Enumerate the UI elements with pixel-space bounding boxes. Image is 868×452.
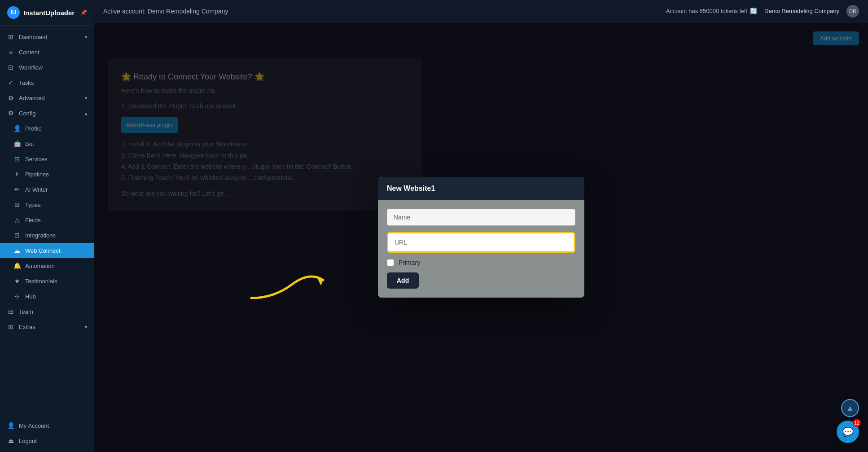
sidebar-item-label: Profile (25, 125, 42, 132)
account-name-label: Demo Remodeling Company (764, 8, 839, 14)
sidebar-item-profile[interactable]: 👤 Profile (0, 121, 94, 136)
pin-icon: 📌 (80, 9, 87, 16)
sidebar-item-label: Types (25, 202, 41, 208)
sidebar-item-label: Integrations (25, 232, 56, 239)
sidebar-item-label: Content (19, 49, 39, 56)
sidebar-item-tasks[interactable]: ✓ Tasks (0, 75, 94, 90)
sidebar-item-hub[interactable]: ⊹ Hub (0, 289, 94, 304)
name-input[interactable] (387, 209, 575, 226)
sidebar-item-label: Logout (19, 438, 37, 444)
sidebar-item-logout[interactable]: ⏏ Logout (0, 433, 94, 448)
sidebar-item-label: Extras (19, 324, 35, 330)
sidebar-item-types[interactable]: ⊞ Types (0, 197, 94, 212)
new-website-modal: New Website1 Primary Add (378, 177, 584, 298)
chat-widget-button[interactable]: 💬 12 (837, 421, 859, 443)
token-text: Account has 650000 tokens left (666, 8, 747, 14)
testimonials-icon: ★ (13, 277, 21, 285)
sidebar-item-integrations[interactable]: ⊡ Integrations (0, 228, 94, 243)
arrow-annotation (247, 262, 337, 308)
sidebar-item-fields[interactable]: △ Fields (0, 212, 94, 228)
logo-icon: IU (7, 6, 20, 19)
config-icon: ⚙ (7, 110, 14, 117)
tasks-icon: ✓ (7, 79, 14, 86)
notification-badge: 12 (853, 419, 861, 427)
sidebar-item-label: Fields (25, 217, 41, 224)
sidebar-item-label: Testimonials (25, 278, 57, 285)
types-icon: ⊞ (13, 201, 21, 208)
chevron-icon: ▴ (85, 111, 87, 116)
workflow-icon: ⊡ (7, 64, 14, 71)
sidebar-item-automation[interactable]: 🔔 Automation (0, 258, 94, 273)
main-area: Active account: Demo Remodeling Company … (94, 0, 868, 452)
my-account-icon: 👤 (7, 422, 14, 429)
dashboard-icon: ⊞ (7, 33, 14, 40)
sidebar-item-content[interactable]: ≡ Content (0, 44, 94, 60)
sidebar-item-label: Web Connect (25, 247, 61, 254)
logout-icon: ⏏ (7, 437, 14, 444)
chevron-icon: ▾ (85, 35, 87, 39)
sidebar-item-extras[interactable]: ⊞ Extras ▾ (0, 319, 94, 334)
team-icon: ⊟ (7, 308, 14, 315)
primary-checkbox[interactable] (387, 259, 394, 266)
sidebar-item-advanced[interactable]: ⚙ Advanced ▾ (0, 90, 94, 105)
sidebar-item-label: My Account (19, 422, 49, 429)
content-area: Add website 🌟 Ready to Connect Your Webs… (94, 22, 868, 452)
sidebar-bottom: 👤 My Account ⏏ Logout (0, 414, 94, 452)
primary-checkbox-row: Primary (387, 259, 575, 266)
advanced-icon: ⚙ (7, 94, 14, 101)
sidebar-item-config[interactable]: ⚙ Config ▴ (0, 105, 94, 121)
sidebar-item-label: Workflow (19, 64, 43, 71)
sidebar-item-label: Team (19, 308, 33, 315)
extras-icon: ⊞ (7, 323, 14, 330)
url-input-wrapper (387, 232, 575, 253)
modal-header: New Website1 (378, 177, 584, 200)
content-icon: ≡ (7, 48, 14, 56)
hub-icon: ⊹ (13, 293, 21, 300)
sidebar-item-my-account[interactable]: 👤 My Account (0, 418, 94, 433)
sidebar-item-testimonials[interactable]: ★ Testimonials (0, 273, 94, 289)
sidebar: IU InstantUploader 📌 ⊞ Dashboard ▾ ≡ Con… (0, 0, 94, 452)
modal-overlay[interactable]: New Website1 Primary Add (94, 22, 868, 452)
web-connect-icon: ☁ (13, 247, 21, 254)
token-info: Account has 650000 tokens left 🔄 (666, 8, 757, 14)
automation-icon: 🔔 (13, 262, 21, 269)
sidebar-item-label: Hub (25, 293, 36, 300)
sidebar-navigation: ⊞ Dashboard ▾ ≡ Content ⊡ Workflow ✓ Tas… (0, 26, 94, 414)
profile-icon: 👤 (13, 125, 21, 132)
sidebar-item-dashboard[interactable]: ⊞ Dashboard ▾ (0, 29, 94, 44)
sidebar-item-pipelines[interactable]: ⊧ Pipelines (0, 167, 94, 182)
modal-body: Primary Add (378, 200, 584, 298)
topbar: Active account: Demo Remodeling Company … (94, 0, 868, 22)
avatar: DR (846, 5, 859, 18)
sidebar-item-services[interactable]: ⊟ Services (0, 151, 94, 167)
add-button[interactable]: Add (387, 272, 419, 289)
bot-icon: 🤖 (13, 140, 21, 147)
integrations-icon: ⊡ (13, 232, 21, 239)
scroll-to-top-button[interactable]: ▲ (841, 399, 859, 417)
sidebar-item-team[interactable]: ⊟ Team (0, 304, 94, 319)
fields-icon: △ (13, 216, 21, 224)
svg-marker-0 (316, 276, 323, 285)
sidebar-item-label: AI Writer (25, 186, 48, 193)
active-account-label: Active account: Demo Remodeling Company (103, 8, 228, 15)
sidebar-item-workflow[interactable]: ⊡ Workflow (0, 60, 94, 75)
sidebar-item-ai-writer[interactable]: ✏ AI Writer (0, 182, 94, 197)
pipelines-icon: ⊧ (13, 171, 21, 178)
topbar-right: Account has 650000 tokens left 🔄 Demo Re… (666, 5, 859, 18)
sidebar-item-label: Dashboard (19, 34, 48, 40)
sidebar-item-web-connect[interactable]: ☁ Web Connect (0, 243, 94, 258)
ai-writer-icon: ✏ (13, 186, 21, 193)
sidebar-logo[interactable]: IU InstantUploader 📌 (0, 0, 94, 26)
sidebar-item-label: Config (19, 110, 36, 117)
modal-title: New Website1 (387, 184, 435, 192)
chevron-icon: ▾ (85, 96, 87, 101)
sidebar-item-bot[interactable]: 🤖 Bot (0, 136, 94, 151)
scroll-top-icon: ▲ (846, 404, 854, 413)
url-input[interactable] (389, 234, 573, 250)
sidebar-item-label: Advanced (19, 95, 45, 101)
services-icon: ⊟ (13, 155, 21, 162)
primary-label[interactable]: Primary (399, 259, 420, 266)
chevron-icon: ▾ (85, 325, 87, 329)
logo-text: InstantUploader (23, 9, 75, 17)
refresh-icon[interactable]: 🔄 (750, 8, 757, 14)
